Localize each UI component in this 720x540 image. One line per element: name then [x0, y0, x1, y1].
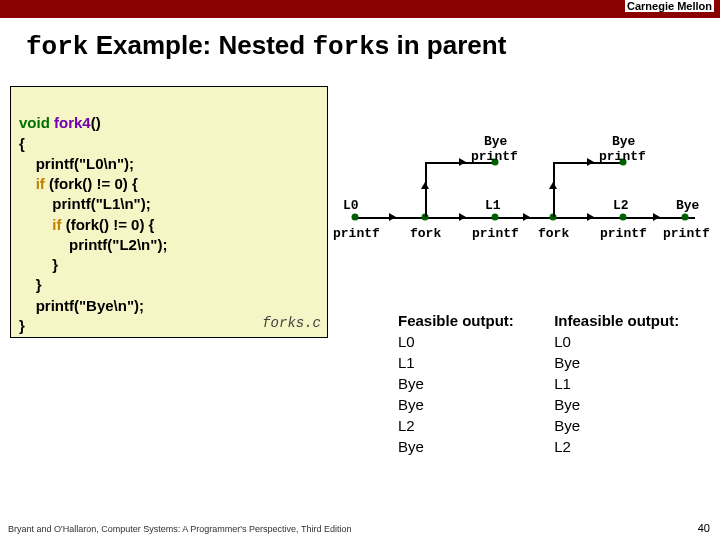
lbl-printf: printf [599, 149, 646, 164]
code-l4a [19, 175, 36, 192]
feasible-col: Feasible output: L0 L1 Bye Bye L2 Bye [398, 310, 550, 457]
infeasible-item: L1 [554, 373, 679, 394]
arrow-right-icon [459, 158, 466, 166]
feasible-item: Bye [398, 394, 550, 415]
code-l6a [19, 216, 52, 233]
feasible-item: Bye [398, 373, 550, 394]
code-l11: } [19, 317, 25, 334]
code-l1c: () [91, 114, 101, 131]
kw-if-2: if [52, 216, 61, 233]
code-l2: { [19, 135, 25, 152]
arrow-right-icon [523, 213, 530, 221]
arrow-right-icon [587, 213, 594, 221]
slide-title: fork Example: Nested forks in parent [26, 30, 720, 62]
kw-void: void [19, 114, 50, 131]
graph-node [620, 214, 627, 221]
lbl-printf: printf [600, 226, 647, 241]
title-code-2: fork [312, 32, 374, 62]
feasible-header: Feasible output: [398, 310, 550, 331]
code-l10: printf("Bye\n"); [19, 297, 144, 314]
title-text-2: s in parent [375, 30, 506, 60]
code-l4c: (fork() != 0) { [45, 175, 138, 192]
code-l5: printf("L1\n"); [19, 195, 151, 212]
title-text-1: Example: Nested [88, 30, 312, 60]
code-box: void fork4() { printf("L0\n"); if (fork(… [10, 86, 328, 338]
arrow-up-icon [421, 182, 429, 189]
code-l9: } [19, 276, 42, 293]
arrow-right-icon [389, 213, 396, 221]
lbl-L1: L1 [485, 198, 501, 213]
title-code-1: fork [26, 32, 88, 62]
lbl-printf: printf [663, 226, 710, 241]
code-l6c: (fork() != 0) { [62, 216, 155, 233]
outputs: Feasible output: L0 L1 Bye Bye L2 Bye In… [398, 310, 679, 457]
feasible-item: L0 [398, 331, 550, 352]
footer-credit: Bryant and O'Hallaron, Computer Systems:… [8, 524, 351, 534]
graph-node [352, 214, 359, 221]
lbl-printf: printf [472, 226, 519, 241]
lbl-printf: printf [471, 149, 518, 164]
feasible-item: L2 [398, 415, 550, 436]
lbl-fork: fork [538, 226, 569, 241]
file-label: forks.c [262, 314, 321, 333]
code-l8: } [19, 256, 58, 273]
lbl-Bye: Bye [484, 134, 507, 149]
infeasible-item: L0 [554, 331, 679, 352]
graph-node [682, 214, 689, 221]
graph-branch-line [425, 162, 427, 217]
graph-node [492, 214, 499, 221]
arrow-right-icon [587, 158, 594, 166]
lbl-fork: fork [410, 226, 441, 241]
infeasible-item: L2 [554, 436, 679, 457]
arrow-right-icon [653, 213, 660, 221]
feasible-item: Bye [398, 436, 550, 457]
graph-branch-line [553, 162, 555, 217]
kw-if-1: if [36, 175, 45, 192]
lbl-L2: L2 [613, 198, 629, 213]
infeasible-col: Infeasible output: L0 Bye L1 Bye Bye L2 [554, 310, 679, 457]
arrow-up-icon [549, 182, 557, 189]
arrow-right-icon [459, 213, 466, 221]
header-bar [0, 0, 720, 18]
lbl-L0: L0 [343, 198, 359, 213]
feasible-item: L1 [398, 352, 550, 373]
lbl-Bye: Bye [676, 198, 699, 213]
process-graph: L0 printf fork L1 printf fork L2 printf … [335, 132, 713, 252]
infeasible-item: Bye [554, 352, 679, 373]
lbl-printf: printf [333, 226, 380, 241]
page-number: 40 [698, 522, 710, 534]
infeasible-item: Bye [554, 415, 679, 436]
institution-label: Carnegie Mellon [625, 0, 714, 12]
fn-name: fork4 [50, 114, 91, 131]
infeasible-header: Infeasible output: [554, 310, 679, 331]
code-l7: printf("L2\n"); [19, 236, 167, 253]
infeasible-item: Bye [554, 394, 679, 415]
lbl-Bye: Bye [612, 134, 635, 149]
code-l3: printf("L0\n"); [19, 155, 134, 172]
